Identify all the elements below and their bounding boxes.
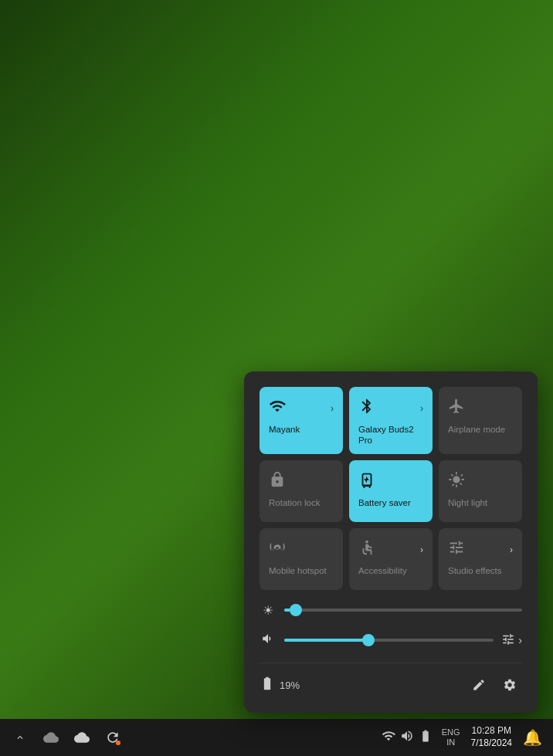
- taskbar-refresh[interactable]: [100, 725, 125, 750]
- tile-night-light[interactable]: Night light: [439, 460, 522, 522]
- tile-accessibility[interactable]: › Accessibility: [349, 528, 433, 590]
- accessibility-icon: [358, 539, 375, 560]
- rotation-label: Rotation lock: [269, 498, 320, 509]
- bottom-icons: [466, 673, 522, 697]
- studio-effects-icon: [448, 539, 465, 560]
- tile-rotation[interactable]: Rotation lock: [260, 460, 343, 522]
- refresh-dot: [116, 741, 120, 745]
- hotspot-icon: [269, 539, 286, 560]
- bluetooth-icon: [358, 398, 375, 419]
- brightness-section: ☀: [260, 602, 522, 618]
- wifi-label: Mayank: [269, 425, 300, 436]
- airplane-label: Airplane mode: [448, 425, 505, 436]
- taskbar-left: [0, 725, 377, 750]
- svg-point-0: [365, 541, 368, 544]
- bluetooth-chevron: ›: [420, 403, 423, 414]
- volume-slider[interactable]: [284, 632, 494, 648]
- hotspot-label: Mobile hotspot: [269, 566, 327, 577]
- battery-saver-icon: [358, 471, 375, 492]
- wifi-icon: [269, 398, 286, 419]
- brightness-row: ☀: [260, 602, 522, 618]
- tray-wifi-icon: [382, 729, 395, 746]
- tile-hotspot[interactable]: Mobile hotspot: [260, 528, 343, 590]
- taskbar-right: ENG IN 10:28 PM 7/18/2024 🔔: [377, 725, 553, 750]
- night-light-icon: [448, 471, 465, 492]
- rotation-lock-icon: [269, 471, 286, 492]
- battery-percent: 19%: [280, 680, 300, 691]
- night-light-label: Night light: [448, 498, 487, 509]
- system-tray-icons[interactable]: [377, 726, 437, 749]
- tile-wifi[interactable]: › Mayank: [260, 387, 343, 454]
- volume-settings[interactable]: ›: [501, 632, 522, 649]
- brightness-track: [284, 609, 522, 612]
- taskbar-cloud2[interactable]: [70, 725, 94, 750]
- volume-row: ›: [260, 632, 522, 649]
- tile-studio-effects[interactable]: › Studio effects: [439, 528, 522, 590]
- volume-settings-icon: [501, 632, 515, 649]
- lang-line1: ENG: [442, 727, 460, 737]
- tray-battery-icon: [419, 729, 433, 746]
- tray-volume-icon: [400, 729, 414, 746]
- time-display: 10:28 PM: [472, 725, 511, 737]
- studio-effects-label: Studio effects: [448, 566, 501, 577]
- taskbar-chevron[interactable]: [8, 725, 32, 750]
- tile-battery-saver[interactable]: Battery saver: [349, 460, 433, 522]
- clock[interactable]: 10:28 PM 7/18/2024: [465, 725, 518, 749]
- notification-bell[interactable]: 🔔: [520, 725, 545, 750]
- wifi-chevron: ›: [331, 403, 334, 414]
- battery-saver-label: Battery saver: [358, 498, 411, 509]
- language-indicator[interactable]: ENG IN: [439, 727, 463, 748]
- brightness-slider[interactable]: [284, 602, 522, 618]
- bluetooth-label: Galaxy Buds2 Pro: [358, 425, 423, 446]
- accessibility-chevron: ›: [420, 544, 423, 555]
- accessibility-label: Accessibility: [358, 566, 407, 577]
- airplane-icon: [448, 398, 465, 419]
- volume-fill: [284, 639, 368, 642]
- bottom-bar: 19%: [260, 663, 522, 697]
- tile-bluetooth[interactable]: › Galaxy Buds2 Pro: [349, 387, 433, 454]
- tiles-grid: › Mayank › Galaxy Buds2 Pro: [260, 387, 522, 590]
- battery-icon: [260, 676, 275, 694]
- battery-info: 19%: [260, 676, 300, 694]
- settings-button[interactable]: [497, 673, 522, 697]
- lang-line2: IN: [442, 737, 460, 748]
- tile-airplane[interactable]: Airplane mode: [439, 387, 522, 454]
- volume-icon: [260, 632, 276, 649]
- volume-track: [284, 639, 494, 642]
- quick-settings-panel: › Mayank › Galaxy Buds2 Pro: [244, 371, 538, 713]
- studio-effects-chevron: ›: [510, 544, 513, 555]
- taskbar-cloud1[interactable]: [39, 725, 63, 750]
- volume-thumb[interactable]: [362, 634, 375, 646]
- edit-button[interactable]: [466, 673, 491, 697]
- brightness-thumb[interactable]: [290, 604, 302, 616]
- date-display: 7/18/2024: [471, 737, 512, 750]
- taskbar: ENG IN 10:28 PM 7/18/2024 🔔: [0, 719, 553, 756]
- volume-chevron: ›: [518, 634, 522, 646]
- brightness-icon: ☀: [260, 603, 276, 618]
